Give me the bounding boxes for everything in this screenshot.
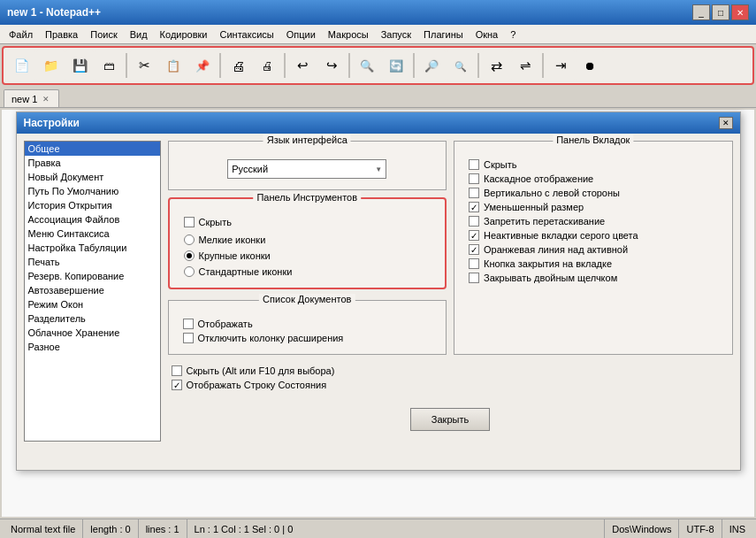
menu-search[interactable]: Поиск [85, 27, 122, 42]
tab-closebutton-checkbox[interactable]: Кнопка закрытия на вкладке [469, 258, 718, 269]
tab-nodrag-checkbox[interactable]: Запретить перетаскивание [469, 216, 718, 227]
tab-dblclose-box[interactable] [469, 273, 479, 283]
list-item-syntax-menu[interactable]: Меню Синтаксиса [25, 227, 160, 241]
status-insert-mode: INS [722, 519, 752, 538]
tab-cascade-box[interactable] [469, 173, 479, 184]
tab-close-button[interactable]: ✕ [41, 94, 51, 104]
menu-help[interactable]: ? [505, 27, 521, 42]
menu-view[interactable]: Вид [125, 27, 153, 42]
menu-window[interactable]: Окна [470, 27, 504, 42]
scissors-icon [139, 58, 150, 73]
menu-macros[interactable]: Макросы [323, 27, 374, 42]
list-item-autocomplete[interactable]: Автозавершение [25, 283, 160, 297]
tab-inactive-box[interactable]: ✓ [469, 230, 479, 241]
menu-options[interactable]: Опции [281, 27, 321, 42]
doclist-noext-box[interactable] [183, 333, 194, 343]
menu-edit[interactable]: Правка [40, 27, 83, 42]
sync2-button[interactable]: ⇌ [511, 50, 539, 81]
toolbar-hide-box[interactable] [184, 217, 195, 227]
show-statusbar-checkbox[interactable]: ✓ Отображать Строку Состояния [172, 380, 726, 390]
menu-file[interactable]: Файл [4, 27, 38, 42]
doclist-show-checkbox[interactable]: Отображать [183, 319, 432, 329]
settings-listbox[interactable]: Общее Правка Новый Документ Путь По Умол… [24, 141, 161, 442]
tab-orange-checkbox[interactable]: ✓ Оранжевая линия над активной [469, 244, 718, 255]
tab-cascade-checkbox[interactable]: Каскадное отображение [469, 173, 718, 184]
indent-button[interactable] [546, 50, 575, 81]
doclist-noext-checkbox[interactable]: Отключить колонку расширения [183, 333, 432, 343]
toolbar-hide-checkbox[interactable]: Скрыть [184, 217, 431, 227]
save-icon [73, 58, 88, 73]
hide-alt-checkbox[interactable]: Скрыть (Alt или F10 для выбора) [172, 365, 726, 376]
tab-inactive-checkbox[interactable]: ✓ Неактивные вкладки серого цвета [469, 230, 718, 241]
status-filetype: Normal text file [4, 519, 83, 538]
minimize-button[interactable]: _ [692, 4, 710, 20]
close-window-button[interactable]: ✕ [731, 4, 749, 20]
list-item-misc[interactable]: Разное [25, 340, 160, 354]
tab-vertical-checkbox[interactable]: Вертикально с левой стороны [469, 188, 718, 198]
radio-standard-icons[interactable]: Стандартные иконки [184, 266, 431, 277]
dialog-close-button[interactable]: ✕ [719, 117, 733, 129]
macro-record-button[interactable] [576, 50, 604, 81]
menu-syntax[interactable]: Синтаксисы [215, 27, 279, 42]
tab-nodrag-box[interactable] [469, 216, 479, 227]
maximize-button[interactable]: □ [712, 4, 729, 20]
menu-run[interactable]: Запуск [376, 27, 416, 42]
list-item-assoc[interactable]: Ассоциация Файлов [25, 212, 160, 227]
radio-large-icons-circle[interactable] [184, 250, 195, 261]
new-file-button[interactable] [7, 50, 35, 81]
tab-inactive-label: Неактивные вкладки серого цвета [484, 230, 638, 241]
zoom-in-button[interactable] [417, 50, 446, 81]
zoom-out-button[interactable] [447, 50, 475, 81]
radio-large-icons[interactable]: Крупные иконки [184, 250, 431, 261]
tab-new1[interactable]: new 1 ✕ [4, 89, 59, 107]
show-statusbar-box[interactable]: ✓ [172, 380, 182, 390]
tab-orange-box[interactable]: ✓ [469, 244, 479, 255]
status-line-ending-text: Dos\Windows [612, 524, 671, 534]
tab-small-checkbox[interactable]: ✓ Уменьшенный размер [469, 202, 718, 212]
list-item-window-mode[interactable]: Режим Окон [25, 297, 160, 311]
radio-small-icons[interactable]: Мелкие иконки [184, 234, 431, 245]
tab-hide-checkbox[interactable]: Скрыть [469, 159, 718, 170]
list-item-edit[interactable]: Правка [25, 156, 160, 170]
list-item-path[interactable]: Путь По Умолчанию [25, 184, 160, 198]
toolbar-hide-label: Скрыть [199, 217, 233, 227]
print-options-icon: 🖨 [262, 59, 273, 73]
list-item-divider[interactable]: Разделитель [25, 311, 160, 326]
menu-plugins[interactable]: Плагины [418, 27, 469, 42]
tab-hide-box[interactable] [469, 159, 479, 170]
replace-button[interactable] [382, 50, 410, 81]
menu-encoding[interactable]: Кодировки [155, 27, 213, 42]
status-length-text: length : 0 [90, 524, 130, 534]
save-all-button[interactable] [95, 50, 123, 81]
radio-small-icons-circle[interactable] [184, 234, 195, 245]
list-item-newdoc[interactable]: Новый Документ [25, 170, 160, 184]
lang-dropdown[interactable]: Русский ▼ [227, 159, 386, 179]
paste-button[interactable] [188, 50, 217, 81]
cut-button[interactable] [130, 50, 158, 81]
save-button[interactable] [65, 50, 94, 81]
list-item-general[interactable]: Общее [25, 142, 160, 156]
radio-standard-icons-circle[interactable] [184, 266, 195, 277]
redo-button[interactable] [317, 50, 346, 81]
sync-button[interactable] [482, 50, 510, 81]
hide-alt-box[interactable] [172, 365, 182, 376]
tab-vertical-box[interactable] [469, 188, 479, 198]
tab-small-box[interactable]: ✓ [469, 202, 479, 212]
list-item-tab-settings[interactable]: Настройка Табуляции [25, 241, 160, 255]
tab-closebutton-box[interactable] [469, 258, 479, 269]
undo-button[interactable] [288, 50, 317, 81]
find-button[interactable] [353, 50, 381, 81]
title-bar: new 1 - Notepad++ _ □ ✕ [0, 0, 756, 25]
print-options-button[interactable]: 🖨 [253, 50, 281, 81]
list-item-print[interactable]: Печать [25, 255, 160, 269]
open-file-button[interactable] [36, 50, 65, 81]
dialog-close-btn[interactable]: Закрыть [410, 408, 490, 431]
print-button[interactable]: 🖨 [224, 50, 252, 81]
sync-icon [491, 58, 502, 74]
copy-button[interactable] [159, 50, 187, 81]
tab-dblclose-checkbox[interactable]: Закрывать двойным щелчком [469, 273, 718, 283]
list-item-backup[interactable]: Резерв. Копирование [25, 269, 160, 283]
list-item-history[interactable]: История Открытия [25, 198, 160, 212]
doclist-show-box[interactable] [183, 319, 194, 329]
list-item-cloud[interactable]: Облачное Хранение [25, 326, 160, 340]
